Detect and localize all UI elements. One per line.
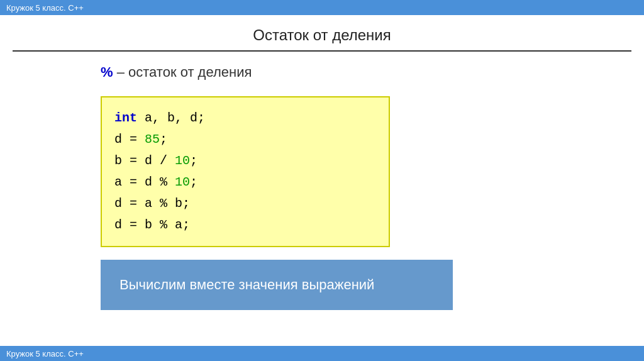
- title-section: Остаток от деления: [13, 15, 631, 52]
- code-line-2: d = 85;: [114, 129, 376, 150]
- subtitle-text: – остаток от деления: [113, 64, 252, 80]
- code-line-5: d = a % b;: [114, 193, 376, 214]
- bottom-bar: Кружок 5 класс. С++: [0, 346, 644, 361]
- info-box: Вычислим вместе значения выражений: [101, 260, 453, 310]
- num-10-1: 10: [175, 153, 190, 168]
- subtitle-percent: %: [101, 64, 113, 80]
- code-block: int a, b, d; d = 85; b = d / 10; a = d %…: [101, 96, 390, 247]
- keyword-int: int: [114, 111, 137, 125]
- top-bar: Кружок 5 класс. С++: [0, 0, 644, 15]
- subtitle-line: % – остаток от деления: [101, 64, 543, 81]
- num-10-2: 10: [175, 175, 190, 189]
- code-line-6: d = b % a;: [114, 214, 376, 236]
- code-line-3: b = d / 10;: [114, 150, 376, 172]
- code-line-1: int a, b, d;: [114, 108, 376, 129]
- bottom-bar-label: Кружок 5 класс. С++: [6, 349, 84, 358]
- page-title: Остаток от деления: [253, 26, 391, 43]
- content-area: % – остаток от деления int a, b, d; d = …: [0, 52, 644, 346]
- main-content: Остаток от деления % – остаток от делени…: [0, 15, 644, 346]
- top-bar-label: Кружок 5 класс. С++: [6, 3, 84, 13]
- num-85: 85: [145, 132, 160, 147]
- code-line-4: a = d % 10;: [114, 172, 376, 193]
- info-box-text: Вычислим вместе значения выражений: [119, 277, 374, 293]
